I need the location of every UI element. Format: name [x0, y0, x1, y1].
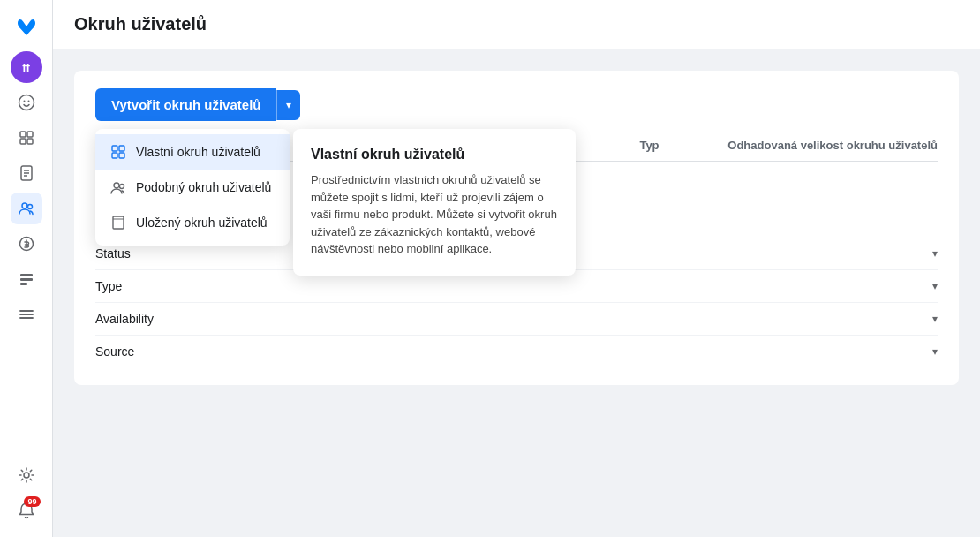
- chevron-type-icon: ▾: [932, 280, 938, 292]
- filter-availability[interactable]: Availability ▾: [95, 303, 938, 336]
- tooltip-text: Prostřednictvím vlastních okruhů uživate…: [311, 171, 558, 258]
- svg-rect-6: [27, 139, 33, 144]
- tooltip-title: Vlastní okruh uživatelů: [311, 147, 558, 163]
- svg-point-2: [27, 101, 29, 102]
- content-area: Vytvořit okruh uživatelů ▾: [53, 49, 980, 537]
- svg-rect-14: [20, 274, 33, 276]
- people-similar-icon: [109, 178, 127, 196]
- dropdown-item-ulozeny-label: Uložený okruh uživatelů: [136, 216, 268, 230]
- svg-point-1: [23, 101, 25, 102]
- smiley-icon[interactable]: [11, 87, 42, 118]
- chevron-down-icon: ▾: [286, 99, 291, 111]
- document-icon[interactable]: [11, 157, 42, 189]
- tooltip-popup: Vlastní okruh uživatelů Prostřednictvím …: [293, 129, 576, 276]
- chevron-source-icon: ▾: [932, 345, 938, 358]
- svg-rect-27: [113, 216, 124, 229]
- create-audience-button[interactable]: Vytvořit okruh uživatelů: [95, 88, 276, 121]
- notifications-icon[interactable]: 99: [11, 495, 42, 526]
- page-title: Okruh uživatelů: [74, 14, 207, 34]
- dropdown-item-vlastni-label: Vlastní okruh uživatelů: [136, 145, 260, 159]
- audiences-icon[interactable]: [11, 193, 42, 224]
- dropdown-item-ulozeny[interactable]: Uložený okruh uživatelů: [95, 205, 290, 240]
- col-size-header: Odhadovaná velikost okruhu uživatelů: [712, 139, 938, 152]
- filter-source[interactable]: Source ▾: [95, 336, 938, 367]
- svg-rect-21: [112, 146, 117, 151]
- svg-point-26: [120, 185, 124, 189]
- svg-rect-3: [20, 132, 26, 137]
- chevron-status-icon: ▾: [932, 247, 938, 260]
- svg-rect-24: [119, 153, 124, 158]
- button-group: Vytvořit okruh uživatelů ▾: [95, 88, 938, 121]
- chevron-availability-icon: ▾: [932, 313, 938, 325]
- dropdown-item-podobny-label: Podobný okruh uživatelů: [136, 180, 271, 194]
- svg-rect-5: [20, 139, 26, 144]
- dropdown-menu: Vlastní okruh uživatelů Podobný okruh už…: [95, 129, 290, 246]
- filter-type[interactable]: Type ▾: [95, 270, 938, 303]
- main-area: Okruh uživatelů Vytvořit okruh uživatelů…: [53, 0, 980, 537]
- topbar: Okruh uživatelů: [53, 0, 980, 49]
- svg-rect-16: [20, 283, 27, 285]
- svg-rect-4: [27, 132, 33, 137]
- list-lines-icon[interactable]: [11, 263, 42, 295]
- svg-point-12: [27, 205, 32, 209]
- svg-point-25: [114, 183, 119, 188]
- filter-source-label: Source: [95, 344, 134, 359]
- svg-point-11: [22, 203, 27, 208]
- notification-badge: 99: [24, 496, 40, 507]
- svg-rect-22: [119, 146, 124, 151]
- filter-status-label: Status: [95, 246, 131, 261]
- dropdown-item-vlastni[interactable]: Vlastní okruh uživatelů: [95, 134, 290, 170]
- coins-icon[interactable]: [11, 228, 42, 260]
- svg-point-0: [19, 95, 34, 110]
- meta-logo-icon[interactable]: [11, 11, 42, 42]
- bookmark-icon: [109, 214, 127, 231]
- dropdown-toggle-button[interactable]: ▾: [276, 90, 300, 120]
- settings-icon[interactable]: [11, 459, 42, 491]
- main-panel: Vytvořit okruh uživatelů ▾: [74, 71, 959, 385]
- filter-type-label: Type: [95, 279, 122, 293]
- people-icon: [109, 143, 127, 161]
- menu-icon[interactable]: [11, 299, 42, 330]
- svg-point-20: [24, 473, 29, 478]
- svg-rect-23: [112, 153, 117, 158]
- sidebar-bottom: 99: [11, 459, 42, 526]
- svg-rect-15: [20, 278, 33, 281]
- dropdown-item-podobny[interactable]: Podobný okruh uživatelů: [95, 170, 290, 205]
- sidebar: ff: [0, 0, 53, 537]
- grid-icon[interactable]: [11, 122, 42, 154]
- avatar-icon[interactable]: ff: [11, 51, 42, 83]
- filter-availability-label: Availability: [95, 312, 154, 326]
